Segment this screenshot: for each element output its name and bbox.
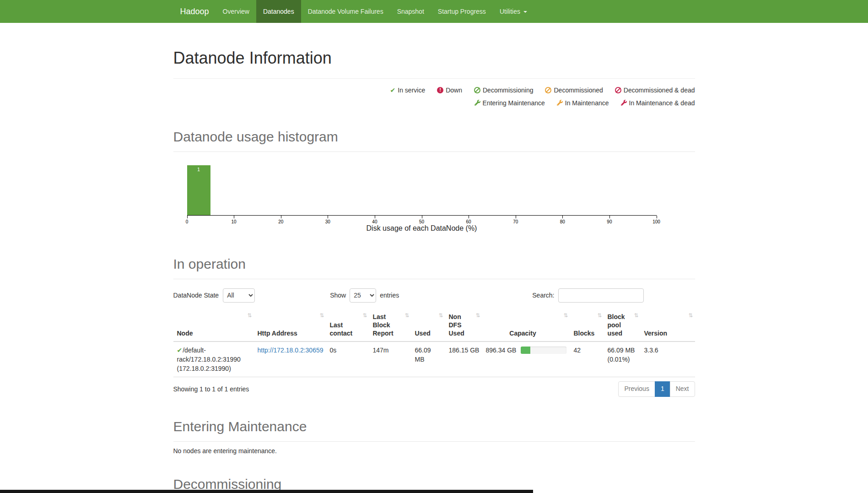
legend-row-1: ✔In serviceDownDecommissioningDecommissi… — [173, 87, 695, 94]
axis-tick — [422, 216, 422, 218]
cell-last-block-report: 147m — [369, 341, 411, 377]
column-header-label: Blocks — [574, 330, 595, 337]
histogram-axis-label: Disk usage of each DataNode (%) — [187, 224, 657, 233]
nav-item-utilities[interactable]: Utilities — [493, 0, 534, 23]
wrench-icon — [557, 99, 563, 107]
table-header-row: Node⇅Http Address⇅Last contact⇅Last Bloc… — [173, 310, 695, 342]
bottom-dark-strip — [0, 490, 533, 493]
bar-count-label: 1 — [187, 167, 210, 172]
column-header-label: Used — [415, 330, 431, 337]
nav-item-overview[interactable]: Overview — [216, 0, 256, 23]
pagination: Previous 1 Next — [618, 381, 695, 397]
exclamation-circle-icon — [437, 87, 443, 93]
legend-label: In Maintenance & dead — [629, 99, 695, 107]
column-header-blocks[interactable]: Blocks⇅ — [570, 310, 604, 342]
pagination-previous[interactable]: Previous — [618, 381, 655, 397]
sort-icon: ⇅ — [634, 312, 638, 320]
node-name: /default-rack/172.18.0.2:31990 (172.18.0… — [177, 347, 241, 372]
histogram-section-title: Datanode usage histogram — [173, 129, 695, 144]
cell-node: ✔/default-rack/172.18.0.2:31990 (172.18.… — [173, 341, 254, 377]
column-header-block-pool-used[interactable]: Block pool used⇅ — [604, 310, 641, 342]
cell-block-pool-used: 66.09 MB (0.01%) — [604, 341, 641, 377]
pagination-page-1[interactable]: 1 — [655, 381, 670, 397]
check-icon: ✔ — [390, 87, 396, 94]
ban-icon — [474, 87, 480, 93]
axis-tick-label: 0 — [186, 219, 189, 224]
column-header-label: Http Address — [258, 330, 297, 337]
column-header-non-dfs-used[interactable]: Non DFS Used⇅ — [445, 310, 482, 342]
cell-version: 3.3.6 — [641, 341, 695, 377]
column-header-label: Block pool used — [608, 313, 625, 337]
pagination-next[interactable]: Next — [670, 381, 695, 397]
axis-tick — [609, 216, 610, 218]
show-label: Show — [330, 292, 346, 299]
ban-icon — [545, 87, 551, 93]
column-header-capacity[interactable]: Capacity⇅ — [482, 310, 570, 342]
column-header-used[interactable]: Used⇅ — [411, 310, 445, 342]
column-header-last-block-report[interactable]: Last Block Report⇅ — [369, 310, 411, 342]
column-header-label: Non DFS Used — [449, 313, 464, 337]
nav-item-datanodes[interactable]: Datanodes — [256, 0, 301, 23]
axis-tick-label: 10 — [232, 219, 237, 224]
datanode-usage-histogram: 1 0102030405060708090100 Disk usage of e… — [187, 161, 657, 234]
caret-down-icon — [523, 11, 527, 13]
cell-used: 66.09 MB — [411, 341, 445, 377]
axis-tick-label: 30 — [325, 219, 330, 224]
sort-icon: ⇅ — [563, 312, 568, 320]
datanode-state-select[interactable]: All — [223, 288, 255, 303]
capacity-progress-bar — [521, 347, 566, 354]
legend-item-in-maintenance: In Maintenance — [557, 99, 609, 107]
legend-label: Decommissioning — [483, 87, 533, 94]
entries-label: entries — [380, 292, 399, 299]
http-address-link[interactable]: http://172.18.0.2:30659 — [258, 347, 323, 354]
column-header-label: Last contact — [330, 321, 353, 337]
column-header-node[interactable]: Node⇅ — [173, 310, 254, 342]
sort-icon: ⇅ — [438, 312, 443, 320]
navbar-brand[interactable]: Hadoop — [173, 0, 216, 23]
axis-tick — [657, 216, 657, 218]
legend-item-in-maintenance-dead: In Maintenance & dead — [621, 99, 695, 107]
search-input[interactable] — [558, 288, 644, 303]
column-header-version[interactable]: Version⇅ — [641, 310, 695, 342]
column-header-label: Version — [644, 330, 668, 337]
cell-http-address: http://172.18.0.2:30659 — [254, 341, 326, 377]
legend-item-in-service: ✔In service — [390, 87, 426, 94]
legend-label: Decommissioned & dead — [624, 87, 695, 94]
nav-item-startup-progress[interactable]: Startup Progress — [431, 0, 493, 23]
capacity-progress-fill — [521, 347, 530, 354]
legend-item-decommissioned: Decommissioned — [545, 87, 603, 94]
axis-tick-label: 100 — [652, 219, 660, 224]
ban-icon — [615, 87, 621, 93]
nav-item-datanode-volume-failures[interactable]: Datanode Volume Failures — [301, 0, 390, 23]
table-footer: Showing 1 to 1 of 1 entries Previous 1 N… — [173, 381, 695, 397]
column-header-label: Node — [177, 330, 193, 337]
sort-icon: ⇅ — [475, 312, 480, 320]
check-icon: ✔ — [177, 347, 183, 354]
wrench-icon — [474, 99, 480, 107]
sort-icon: ⇅ — [688, 312, 693, 320]
cell-non-dfs-used: 186.15 GB — [445, 341, 482, 377]
axis-tick-label: 40 — [372, 219, 377, 224]
entering-maintenance-empty-text: No nodes are entering maintenance. — [173, 447, 695, 455]
node-state-legend: ✔In serviceDownDecommissioningDecommissi… — [173, 87, 695, 107]
in-operation-section-title: In operation — [173, 256, 695, 271]
datanodes-table: Node⇅Http Address⇅Last contact⇅Last Bloc… — [173, 310, 695, 378]
column-header-http-address[interactable]: Http Address⇅ — [254, 310, 326, 342]
legend-item-decommissioning: Decommissioning — [474, 87, 533, 94]
page-length-select[interactable]: 25 — [350, 288, 376, 303]
cell-blocks: 42 — [570, 341, 604, 377]
axis-tick-label: 90 — [607, 219, 612, 224]
axis-tick-label: 60 — [466, 219, 471, 224]
histogram-bar: 1 — [187, 165, 210, 215]
axis-tick — [562, 216, 563, 218]
navbar-menu: OverviewDatanodesDatanode Volume Failure… — [216, 0, 534, 23]
table-info: Showing 1 to 1 of 1 entries — [173, 385, 249, 393]
axis-tick — [187, 216, 188, 218]
column-header-last-contact[interactable]: Last contact⇅ — [326, 310, 369, 342]
axis-tick-label: 20 — [278, 219, 283, 224]
axis-tick — [375, 216, 375, 218]
nav-item-snapshot[interactable]: Snapshot — [390, 0, 431, 23]
axis-tick-label: 50 — [419, 219, 424, 224]
table-row: ✔/default-rack/172.18.0.2:31990 (172.18.… — [173, 341, 695, 377]
table-controls: DataNode State All Show 25 entries Searc… — [173, 288, 695, 303]
